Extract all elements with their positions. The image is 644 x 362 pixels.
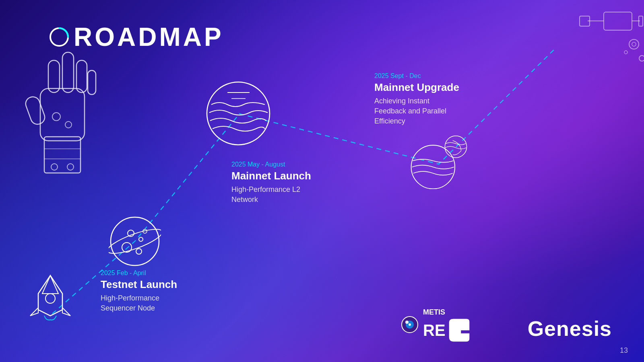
svg-point-29 [109, 224, 161, 258]
svg-rect-12 [76, 60, 87, 93]
mainnet-upgrade-date: 2025 Sept - Dec [374, 72, 459, 80]
logo-genesis-text: Genesis [528, 317, 612, 341]
svg-rect-14 [24, 95, 47, 126]
svg-rect-9 [40, 88, 85, 141]
svg-point-30 [207, 82, 270, 145]
title-icon [48, 26, 70, 48]
svg-point-8 [624, 51, 627, 54]
page-number: 13 [620, 346, 628, 355]
mainnet-upgrade-title: Mainnet Upgrade [374, 81, 459, 94]
testnet-title: Testnet Launch [101, 278, 177, 291]
logo-main-name [446, 318, 527, 342]
brand-name-group: METIS RE Genesis [423, 308, 612, 342]
svg-point-5 [629, 39, 639, 49]
testnet-label: 2025 Feb - April Testnet Launch High-Per… [101, 269, 177, 313]
svg-point-39 [409, 323, 411, 326]
metis-logo-icon [401, 316, 419, 334]
logo-prefix: RE [423, 321, 446, 339]
svg-rect-11 [62, 52, 74, 93]
mainnet-launch-desc: High-Performance L2 Network [231, 185, 311, 205]
svg-point-20 [51, 164, 58, 170]
svg-rect-17 [44, 137, 80, 173]
planet-mainnet-upgrade [407, 133, 469, 195]
svg-point-24 [128, 230, 134, 237]
svg-rect-10 [48, 60, 60, 93]
svg-point-25 [139, 237, 143, 241]
svg-point-7 [639, 56, 644, 61]
mainnet-upgrade-label: 2025 Sept - Dec Mainnet Upgrade Achievin… [374, 72, 459, 127]
mainnet-launch-title: Mainnet Launch [231, 170, 311, 182]
mainnet-upgrade-desc: Achieving Instant Feedback and Parallel … [374, 96, 459, 127]
testnet-desc: High-Performance Sequencer Node [101, 293, 177, 313]
mainnet-launch-date: 2025 May - August [231, 161, 311, 168]
svg-point-35 [45, 294, 55, 303]
svg-rect-13 [88, 70, 96, 95]
brand-logo: METIS RE Genesis [401, 308, 612, 342]
testnet-date: 2025 Feb - April [101, 269, 177, 277]
svg-point-6 [632, 42, 636, 46]
planet-testnet [109, 215, 161, 267]
svg-point-38 [405, 321, 409, 324]
svg-point-15 [52, 113, 60, 121]
mainnet-launch-label: 2025 May - August Mainnet Launch High-Pe… [231, 161, 311, 205]
page-title: ROADMAP [74, 22, 224, 52]
svg-point-21 [67, 164, 74, 170]
planet-mainnet-launch [205, 80, 272, 147]
brand-name: METIS [423, 308, 612, 317]
svg-point-27 [136, 249, 142, 254]
rocket-illustration [24, 269, 76, 322]
svg-point-16 [65, 121, 72, 128]
space-decoration [555, 0, 644, 88]
page-title-area: ROADMAP [48, 22, 224, 52]
svg-rect-0 [604, 12, 632, 30]
